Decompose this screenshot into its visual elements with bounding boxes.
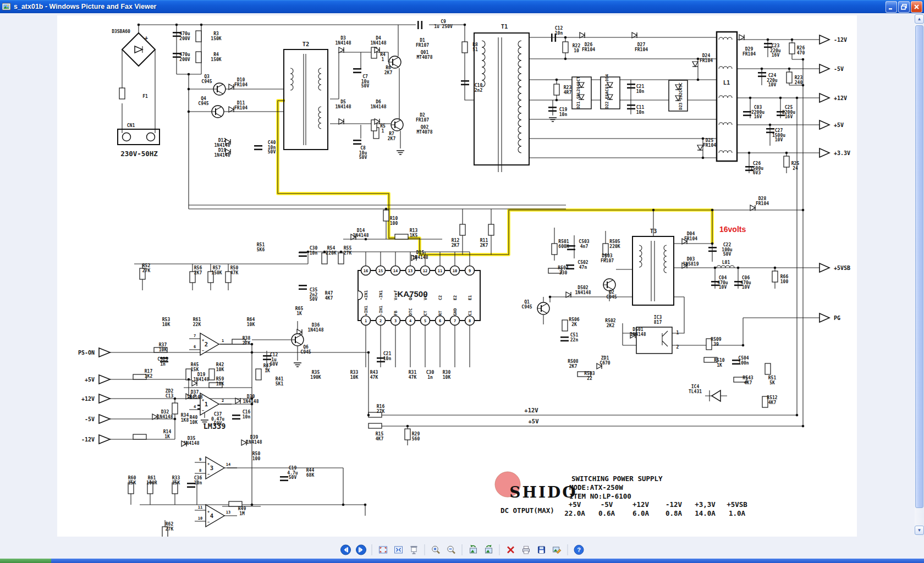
viewer-background: 16+IN115-IN114Vref13OC12VCC11C210E29E11+… <box>0 13 924 559</box>
restore-button[interactable] <box>898 1 910 13</box>
next-image-button[interactable] <box>354 543 368 557</box>
svg-text:R4010K: R4010K <box>190 415 198 425</box>
svg-text:470u200V: 470u200V <box>179 31 190 41</box>
svg-text:22.0A: 22.0A <box>564 509 585 517</box>
svg-text:D31N4148: D31N4148 <box>336 36 351 46</box>
svg-text:R50100: R50100 <box>252 451 261 461</box>
svg-text:D10FR104: D10FR104 <box>234 78 248 87</box>
svg-text:R1627K: R1627K <box>377 404 385 414</box>
title-bar[interactable]: s_atx01b - Windows Picture and Fax Viewe… <box>0 0 924 13</box>
svg-text:C5122n: C5122n <box>570 333 579 343</box>
svg-text:GND: GND <box>453 308 458 316</box>
svg-text:R6015K: R6015K <box>128 476 136 485</box>
help-button[interactable]: ? <box>572 543 586 557</box>
svg-text:R10100: R10100 <box>390 216 398 226</box>
svg-text:14: 14 <box>226 462 230 467</box>
svg-text:C252200u16V: C252200u16V <box>782 105 795 119</box>
svg-text:+5V: +5V <box>569 500 581 509</box>
component-symbols <box>119 21 804 537</box>
svg-text:+5V: +5V <box>529 418 540 424</box>
svg-text:−: − <box>207 520 210 525</box>
svg-text:L01: L01 <box>722 260 730 265</box>
previous-image-button[interactable] <box>339 543 353 557</box>
rotate-counterclockwise-button[interactable] <box>466 543 480 557</box>
svg-text:D191N4148: D191N4148 <box>215 148 230 158</box>
scrollbar-thumb[interactable] <box>915 25 923 508</box>
svg-text:−: − <box>202 349 204 353</box>
previous-image-icon <box>340 544 351 555</box>
info-block: SHIDOSWITCHING POWER SUPPLYMODE:ATX-250W… <box>495 472 747 517</box>
edit-button[interactable] <box>550 543 564 557</box>
svg-text:R505220K: R505220K <box>609 239 620 249</box>
svg-text:D61N4148: D61N4148 <box>371 100 387 109</box>
svg-text:R4210K: R4210K <box>216 362 224 372</box>
svg-text:+12V: +12V <box>632 500 650 509</box>
svg-text:7: 7 <box>194 334 196 338</box>
svg-text:R504330: R504330 <box>558 266 568 275</box>
svg-text:+3.3V: +3.3V <box>834 150 850 156</box>
svg-text:C032200u16V: C032200u16V <box>751 105 765 119</box>
svg-text:3: 3 <box>210 465 213 471</box>
print-button[interactable] <box>519 543 533 557</box>
svg-text:D25FR104: D25FR104 <box>703 138 716 148</box>
scroll-up-button[interactable]: ▲ <box>915 14 924 24</box>
svg-text:R61100R: R61100R <box>146 476 157 485</box>
vertical-scrollbar[interactable]: ▲ ▼ <box>915 14 924 537</box>
svg-text:7: 7 <box>454 319 456 323</box>
schematic-svg: 16+IN115-IN114Vref13OC12VCC11C210E29E11+… <box>57 15 857 537</box>
svg-text:R4150K: R4150K <box>211 52 221 62</box>
svg-text:?: ? <box>577 547 581 553</box>
delete-button[interactable] <box>504 543 518 557</box>
start-button-sliver[interactable] <box>0 559 51 563</box>
save-button[interactable] <box>535 543 548 557</box>
svg-text:15: 15 <box>378 269 383 273</box>
minimize-button[interactable] <box>886 1 897 13</box>
zoom-in-icon <box>430 544 441 555</box>
svg-text:R41: R41 <box>380 52 386 62</box>
svg-text:D22 ESAC03-004: D22 ESAC03-004 <box>604 74 609 109</box>
svg-text:-IN1: -IN1 <box>378 290 383 300</box>
svg-text:R491M: R491M <box>238 506 246 516</box>
svg-text:13: 13 <box>408 269 413 273</box>
svg-text:CN1: CN1 <box>127 123 135 128</box>
svg-text:PG: PG <box>834 315 840 321</box>
svg-text:D391N4148: D391N4148 <box>246 435 262 445</box>
svg-text:R4468K: R4468K <box>306 468 315 478</box>
svg-text:C24220u10V: C24220u10V <box>767 73 777 87</box>
svg-text:T1: T1 <box>501 23 508 30</box>
svg-text:C5034n7: C5034n7 <box>579 239 589 249</box>
zoom-out-button[interactable] <box>444 543 458 557</box>
zoom-in-button[interactable] <box>429 543 443 557</box>
svg-text:+IN1: +IN1 <box>364 305 369 316</box>
svg-text:R50322: R50322 <box>584 371 595 381</box>
svg-text:IC3817: IC3817 <box>654 315 662 325</box>
slideshow-button[interactable] <box>407 543 421 557</box>
svg-text:R5310K: R5310K <box>162 317 170 327</box>
svg-text:R3150K: R3150K <box>211 31 221 41</box>
best-fit-button[interactable] <box>376 543 390 557</box>
svg-text:SWITCHING POWER SUPPLY: SWITCHING POWER SUPPLY <box>571 474 663 483</box>
rotate-clockwise-button[interactable] <box>482 543 496 557</box>
svg-text:+12V: +12V <box>524 407 538 413</box>
svg-text:C1: C1 <box>468 310 472 316</box>
svg-text:C3251n: C3251n <box>157 357 168 367</box>
scroll-down-button[interactable]: ▼ <box>915 526 924 535</box>
svg-text:D191N4148: D191N4148 <box>194 372 210 382</box>
app-icon <box>2 2 11 11</box>
svg-text:R474K7: R474K7 <box>325 291 333 301</box>
svg-text:D141N4148: D141N4148 <box>353 228 369 238</box>
svg-text:ITEM NO:LP-6100: ITEM NO:LP-6100 <box>569 492 631 500</box>
taskbar-sliver[interactable] <box>51 559 924 563</box>
svg-text:4: 4 <box>409 319 411 323</box>
close-button[interactable] <box>911 1 922 13</box>
svg-text:R29560: R29560 <box>412 432 420 441</box>
svg-text:+: + <box>207 462 210 466</box>
actual-size-button[interactable] <box>392 543 405 557</box>
svg-text:D1FR107: D1FR107 <box>416 38 429 48</box>
svg-text:230V-50HZ: 230V-50HZ <box>120 150 158 158</box>
svg-text:IC4TL431: IC4TL431 <box>689 384 702 394</box>
svg-text:1: 1 <box>676 330 679 335</box>
toolbar-separator <box>372 544 372 555</box>
svg-text:C06470u10V: C06470u10V <box>740 275 751 290</box>
svg-text:+12V: +12V <box>834 95 847 101</box>
